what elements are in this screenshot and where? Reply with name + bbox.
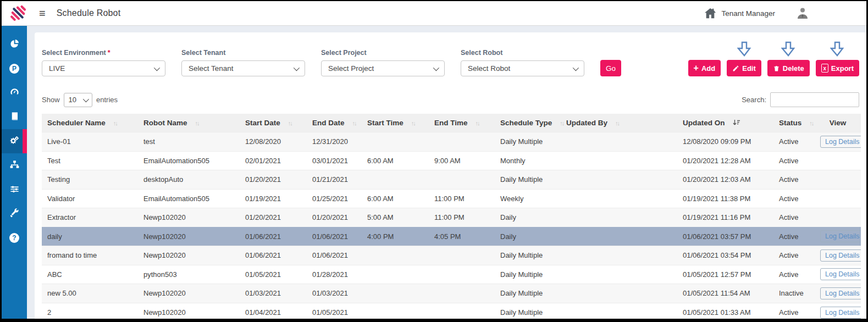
- cell-schedule_type: Daily Multiple: [495, 170, 561, 190]
- log-details-button[interactable]: Log Details: [820, 230, 861, 242]
- chevron-down-icon: [573, 64, 579, 70]
- column-header-start_time[interactable]: Start Time: [362, 114, 429, 132]
- go-button[interactable]: Go: [600, 60, 621, 76]
- sort-desc-icon: [733, 119, 740, 126]
- project-select[interactable]: Select Project: [321, 60, 445, 76]
- table-row[interactable]: new 5.00Newp10202001/03/202101/03/2021Da…: [42, 284, 861, 303]
- down-arrow-icon: [781, 41, 795, 58]
- table-row[interactable]: ValidatorEmailAutomation50501/19/202101/…: [42, 189, 861, 208]
- table-row[interactable]: ABCpython50301/05/202101/28/2021Daily Mu…: [42, 265, 861, 284]
- export-action: Export: [816, 41, 859, 76]
- menu-toggle-icon[interactable]: [37, 8, 48, 19]
- cell-end_date: 12/31/2020: [307, 132, 362, 152]
- sidebar-item-tools[interactable]: [2, 202, 27, 226]
- table-row[interactable]: Live-01test12/08/202012/31/2020Daily Mul…: [42, 132, 861, 152]
- cell-status: Active: [773, 227, 815, 246]
- log-details-button[interactable]: Log Details: [820, 249, 861, 262]
- robot-select[interactable]: Select Robot: [461, 60, 584, 76]
- column-header-updated_on[interactable]: Updated On: [677, 114, 773, 132]
- cell-updated_by: [561, 303, 677, 322]
- column-header-end_date[interactable]: End Date: [307, 114, 362, 132]
- sort-icon: [352, 120, 356, 126]
- pie-chart-icon: [9, 38, 20, 51]
- cell-updated_by: [561, 265, 677, 284]
- column-header-status[interactable]: Status: [773, 114, 815, 132]
- cell-scheduler: Test: [42, 151, 138, 170]
- table-row[interactable]: TestEmailAutomation50502/01/202103/01/20…: [42, 151, 861, 170]
- column-header-scheduler[interactable]: Scheduler Name: [42, 114, 138, 132]
- cell-start_date: 01/20/2021: [240, 208, 307, 227]
- content-card: Select Environment* LIVE Select Tenant S…: [35, 32, 866, 319]
- column-label: Schedule Type: [500, 119, 552, 127]
- chevron-down-icon: [294, 64, 300, 70]
- table-row[interactable]: 2Newp10202001/04/202101/05/2021Daily Mul…: [42, 303, 861, 322]
- environment-label: Select Environment*: [42, 49, 165, 57]
- filter-robot: Select Robot Select Robot: [461, 49, 584, 76]
- chevron-down-icon: [154, 64, 160, 70]
- column-header-updated_by[interactable]: Updated By: [561, 114, 677, 132]
- cell-robot: Newp102020: [138, 284, 240, 303]
- cell-updated_on: 01/05/2021 11:54 AM: [677, 284, 773, 303]
- table-row[interactable]: TestingdesktopAuto01/20/202101/21/2021Da…: [42, 170, 861, 190]
- tenant-select[interactable]: Select Tenant: [181, 60, 305, 76]
- sidebar-item-process[interactable]: P: [2, 57, 27, 81]
- log-details-button[interactable]: Log Details: [820, 268, 861, 280]
- sidebar-item-reports[interactable]: [2, 32, 27, 57]
- page-title: Schedule Robot: [57, 8, 121, 18]
- cell-updated_on: 01/19/2021 11:38 PM: [677, 189, 773, 208]
- show-entries: Show 10 entries: [42, 93, 118, 107]
- cell-robot: EmailAutomation505: [138, 151, 240, 170]
- cell-schedule_type: Weekly: [495, 189, 561, 208]
- cell-schedule_type: Daily Multiple: [495, 132, 561, 152]
- log-details-button[interactable]: Log Details: [820, 136, 861, 148]
- cell-start_time: [362, 303, 429, 322]
- home-icon[interactable]: [704, 8, 716, 19]
- cell-scheduler: Extractor: [42, 208, 138, 227]
- column-header-robot[interactable]: Robot Name: [138, 114, 240, 132]
- environment-select[interactable]: LIVE: [42, 60, 165, 76]
- cell-scheduler: Validator: [42, 189, 138, 208]
- column-header-end_time[interactable]: End Time: [429, 114, 495, 132]
- search-input[interactable]: [770, 92, 859, 107]
- column-header-start_date[interactable]: Start Date: [240, 114, 307, 132]
- cell-start_date: 01/06/2021: [240, 246, 307, 265]
- table-row[interactable]: fromand to timeNewp10202001/06/202101/06…: [42, 246, 861, 265]
- export-button[interactable]: Export: [816, 60, 859, 76]
- log-details-button[interactable]: Log Details: [820, 307, 861, 319]
- cell-start_date: 01/04/2021: [240, 303, 307, 322]
- sidebar-item-help[interactable]: ?: [2, 226, 27, 250]
- column-header-view: View: [815, 114, 861, 132]
- cell-robot: python503: [138, 265, 240, 284]
- table-row[interactable]: ExtractorNewp10202001/20/202101/20/20215…: [42, 208, 861, 227]
- log-details-button[interactable]: Log Details: [820, 287, 861, 299]
- cell-scheduler: new 5.00: [42, 284, 138, 303]
- cell-updated_by: [561, 132, 677, 152]
- edit-button[interactable]: Edit: [727, 60, 761, 76]
- cell-view: [815, 151, 861, 170]
- table-row[interactable]: dailyNewp10202001/06/202101/06/20214:00 …: [42, 227, 861, 246]
- sidebar-item-sitemap[interactable]: [2, 153, 27, 177]
- cell-status: Active: [773, 208, 815, 227]
- tenant-manager-link[interactable]: Tenant Manager: [721, 9, 775, 18]
- cell-end_date: 01/25/2021: [307, 189, 362, 208]
- cell-end_time: [429, 303, 495, 322]
- cell-updated_by: [561, 227, 677, 246]
- add-action: Add: [688, 60, 721, 76]
- sidebar-item-settings[interactable]: [2, 177, 27, 202]
- cell-updated_on: 01/20/2021 12:28 AM: [677, 151, 773, 170]
- sidebar-item-dashboard[interactable]: [2, 81, 27, 105]
- column-header-schedule_type[interactable]: Schedule Type: [495, 114, 561, 132]
- cell-end_date: 01/06/2021: [307, 246, 362, 265]
- project-label: Select Project: [321, 49, 445, 57]
- sidebar-item-logs[interactable]: [2, 105, 27, 129]
- cell-robot: Newp102020: [138, 208, 240, 227]
- page-length-select[interactable]: 10: [64, 93, 92, 107]
- cell-status: Active: [773, 246, 815, 265]
- cell-start_time: [362, 265, 429, 284]
- cell-schedule_type: Daily Multiple: [495, 246, 561, 265]
- user-profile-icon[interactable]: [796, 7, 809, 20]
- sidebar-item-schedule[interactable]: [2, 129, 27, 153]
- cell-updated_by: [561, 151, 677, 170]
- add-button[interactable]: Add: [688, 60, 721, 76]
- delete-button[interactable]: Delete: [767, 60, 810, 76]
